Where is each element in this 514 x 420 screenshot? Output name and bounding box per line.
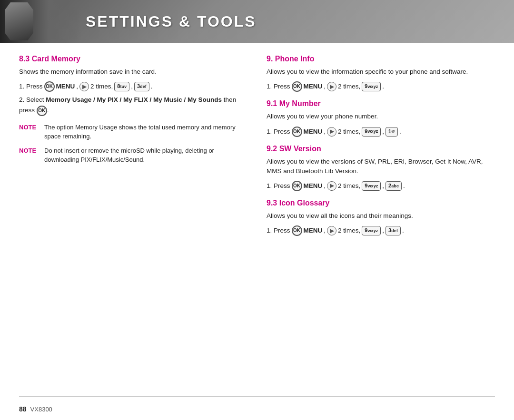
page-title: SETTINGS & TOOLS [86, 13, 257, 30]
ok-key-1: OK [44, 81, 55, 92]
section-9-body: Allows you to view the information speci… [267, 67, 495, 77]
key-8tuv: 8 tuv [114, 82, 129, 91]
s9-step1-prefix: 1. Press [267, 81, 290, 92]
note-2: NOTE Do not insert or remove the microSD… [19, 146, 247, 165]
s93-step1-prefix: 1. Press [267, 225, 290, 236]
arrow-right-1: ▶ [79, 82, 89, 91]
section-93-body: Allows you to view all the icons and the… [267, 211, 495, 221]
right-column: 9. Phone Info Allows you to view the inf… [267, 52, 495, 387]
page-footer: 88 VX8300 [0, 397, 514, 420]
step2-text: 2. Select Memory Usage / My PIX / My FLI… [19, 96, 236, 114]
note2-label: NOTE [19, 146, 40, 165]
section-91-body: Allows you to view your phone number. [267, 112, 495, 121]
key-3def: 3 def [134, 82, 149, 91]
step-2: 2. Select Memory Usage / My PIX / My FLI… [19, 95, 247, 116]
s9-step1-suffix: 2 times, [338, 81, 360, 92]
s91-step1-suffix: 2 times, [338, 127, 360, 137]
section9-step1: 1. Press OK MENU, ▶ 2 times, 9 wxyz. [267, 81, 495, 92]
menu-label-s9: MENU [304, 81, 323, 92]
key-9wxyz-s92: 9 wxyz [362, 181, 381, 191]
note-1: NOTE The option Memory Usage shows the t… [19, 123, 247, 141]
s91-step1-prefix: 1. Press [267, 127, 290, 137]
ok-key-s93: OK [292, 225, 302, 236]
page-header: SETTINGS & TOOLS [0, 0, 514, 43]
menu-label-1: MENU [56, 81, 75, 92]
header-image [0, 0, 81, 43]
section-83-body: Shows the memory information save in the… [19, 67, 247, 77]
s92-step1-prefix: 1. Press [267, 181, 290, 191]
menu-label-s92: MENU [304, 181, 323, 191]
key-2abc-s92: 2 abc [386, 181, 402, 191]
menu-label-s91: MENU [304, 127, 323, 137]
step1-prefix: 1. Press [19, 81, 43, 92]
ok-key-s91: OK [292, 127, 302, 137]
menu-label-s93: MENU [304, 225, 323, 236]
section-92-title: 9.2 SW Version [267, 145, 495, 153]
left-column: 8.3 Card Memory Shows the memory informa… [19, 52, 247, 387]
section-9-title: 9. Phone Info [267, 55, 495, 63]
section-93-title: 9.3 Icon Glossary [267, 199, 495, 207]
note2-text: Do not insert or remove the microSD whil… [44, 146, 247, 165]
model-number: VX8300 [30, 406, 52, 413]
section-83-title: 8.3 Card Memory [19, 55, 247, 63]
step-1: 1. Press OK MENU, ▶ 2 times, 8 tuv, 3 de… [19, 81, 247, 92]
note1-text: The option Memory Usage shows the total … [44, 123, 247, 141]
s92-step1-suffix: 2 times, [338, 181, 360, 191]
section93-step1: 1. Press OK MENU, ▶ 2 times, 9 wxyz, 3 d… [267, 225, 495, 236]
arrow-right-s93: ▶ [327, 226, 336, 235]
ok-key-s9: OK [292, 81, 302, 92]
key-9wxyz-s9: 9 wxyz [362, 82, 381, 91]
key-1-s91: 1 @ [386, 127, 398, 137]
key-3def-s93: 3 def [386, 226, 401, 235]
ok-key-2: OK [37, 106, 47, 116]
key-9wxyz-s93: 9 wxyz [362, 226, 381, 235]
note1-label: NOTE [19, 123, 40, 141]
section-92-body: Allows you to view the versions of SW, P… [267, 157, 495, 176]
s93-step1-suffix: 2 times, [338, 225, 360, 236]
section92-step1: 1. Press OK MENU, ▶ 2 times, 9 wxyz, 2 a… [267, 181, 495, 191]
arrow-right-s91: ▶ [327, 127, 336, 137]
page-number: 88 [19, 405, 27, 413]
key-9wxyz-s91: 9 wxyz [362, 127, 381, 137]
section91-step1: 1. Press OK MENU, ▶ 2 times, 9 wxyz, 1 @… [267, 127, 495, 137]
section-91-title: 9.1 My Number [267, 99, 495, 108]
arrow-right-s92: ▶ [327, 181, 336, 191]
ok-key-s92: OK [292, 181, 302, 191]
arrow-right-s9: ▶ [327, 82, 336, 91]
main-content: 8.3 Card Memory Shows the memory informa… [0, 43, 514, 396]
step1-suffix: 2 times, [90, 81, 113, 92]
